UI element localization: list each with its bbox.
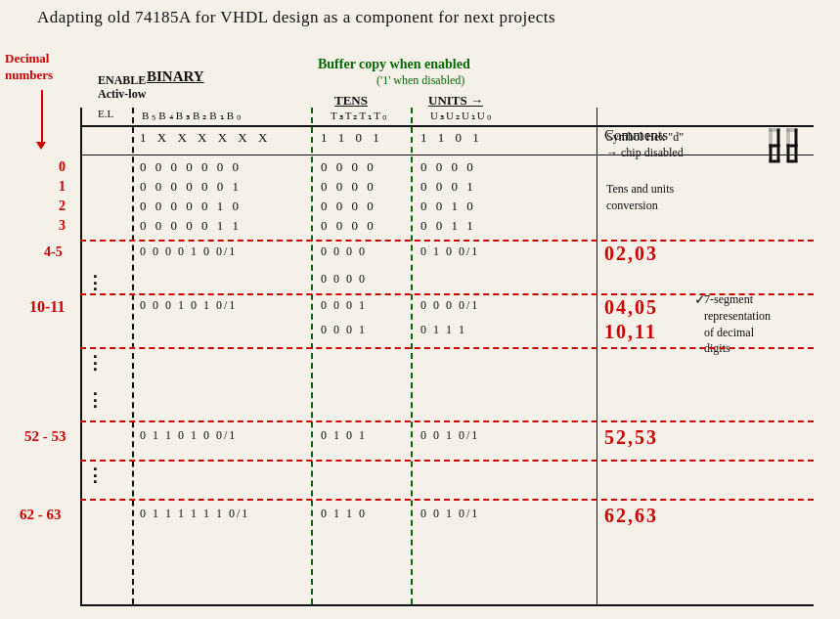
- col-hdr-tens: T₃T₂T₁T₀: [331, 110, 388, 122]
- row-4-tens: 0 0 0 0: [321, 218, 376, 234]
- row-5253-binary: 0 1 1 0 1 0 0/1: [140, 428, 237, 443]
- row-6263-binary: 0 1 1 1 1 1 1 0/1: [140, 507, 249, 521]
- svg-rect-6: [770, 160, 779, 162]
- dots-3: ⋮: [86, 389, 104, 411]
- row-6263-tens: 0 1 1 0: [321, 507, 367, 521]
- bottom-hline: [80, 604, 814, 606]
- svg-rect-1: [770, 129, 772, 146]
- svg-rect-5: [777, 145, 779, 161]
- seg-display-d: [768, 127, 802, 171]
- row-0-comment: Symbol Hex "d"→ chip disabled: [606, 130, 684, 160]
- dots-1: ⋮: [86, 272, 104, 293]
- page-title: Adapting old 74185A for VHDL design as a…: [37, 8, 555, 27]
- row-1-tens: 0 0 0 0: [321, 159, 376, 175]
- svg-rect-13: [787, 160, 797, 162]
- col-hdr-binary: B₅B₄B₃B₂B₁B₀: [142, 110, 243, 122]
- row-4-num: 3: [59, 218, 66, 234]
- col-hdr-units: U₃U₂U₁U₀: [430, 110, 493, 122]
- row-1-binary: 0 0 0 0 0 0 0: [140, 159, 242, 175]
- row-2-comment: Tens and unitsconversion: [606, 181, 674, 214]
- row-cont-seg: 10,11: [604, 321, 657, 343]
- disabled-note: ('1' when disabled): [376, 73, 464, 88]
- row-3-units: 0 0 1 0: [420, 199, 476, 214]
- top-hline: [80, 125, 814, 127]
- svg-rect-4: [770, 145, 772, 161]
- row-6263-num: 62 - 63: [20, 507, 62, 523]
- row-1011-num: 10-11: [29, 298, 65, 316]
- buffer-copy-label: Buffer copy when enabled: [318, 57, 470, 72]
- row-1011-binary: 0 0 0 1 0 1 0/1: [140, 298, 237, 313]
- row-4-binary: 0 0 0 0 0 1 1: [140, 218, 242, 234]
- vline-after-el: [132, 108, 134, 604]
- row-5253-num: 52 - 53: [24, 428, 66, 445]
- row-45-seg: 02,03: [604, 243, 658, 265]
- tens-label: TENS: [334, 93, 368, 109]
- row-2-units: 0 0 0 1: [420, 179, 476, 195]
- row-2-num: 1: [59, 179, 66, 195]
- vline-after-tens: [411, 108, 413, 604]
- enable-label: ENABLEActiv-low: [98, 73, 146, 102]
- vline-after-units: [597, 108, 597, 604]
- row-6263-units: 0 0 1 0/1: [420, 507, 479, 521]
- row-3-binary: 0 0 0 0 0 1 0: [140, 199, 242, 214]
- row-45-binary: 0 0 0 0 1 0 0/1: [140, 244, 237, 259]
- row-cont-tens: 0 0 0 1: [321, 323, 367, 337]
- row-1011-seg: 04,05: [604, 296, 658, 319]
- row-cont-units: 0 1 1 1: [420, 323, 466, 337]
- row-2-binary: 0 0 0 0 0 0 1: [140, 179, 242, 195]
- units-label: UNITS →: [428, 93, 483, 109]
- hline-1: [80, 155, 814, 155]
- checkmark: ✓: [694, 291, 706, 308]
- red-hline-3: [80, 347, 814, 349]
- row-dots1-tens: 0 0 0 0: [321, 272, 367, 287]
- decimal-arrow-head: [36, 142, 46, 150]
- row-45-num: 4-5: [44, 244, 63, 260]
- red-hline-5: [80, 460, 814, 462]
- vline-after-binary: [311, 108, 313, 604]
- row-0-units: 1 1 0 1: [420, 130, 483, 146]
- svg-rect-11: [787, 145, 789, 161]
- left-vline: [80, 108, 82, 604]
- row-2-tens: 0 0 0 0: [321, 179, 376, 195]
- col-hdr-el: E.L: [98, 108, 113, 119]
- dots-2: ⋮: [86, 352, 104, 374]
- row-6263-seg: 62,63: [604, 505, 658, 527]
- decimal-arrow: [41, 90, 43, 144]
- svg-rect-12: [795, 145, 797, 161]
- row-45-tens: 0 0 0 0: [321, 244, 367, 259]
- row-1011-tens: 0 0 0 1: [321, 298, 367, 313]
- row-5253-units: 0 0 1 0/1: [420, 428, 479, 443]
- row-3-num: 2: [59, 199, 66, 214]
- row-0-binary: 1 X X X X X X: [140, 130, 271, 146]
- row-5253-seg: 52,53: [604, 426, 658, 449]
- row-0-tens: 1 1 0 1: [321, 130, 383, 146]
- row-1-num: 0: [59, 159, 66, 175]
- row-4-units: 0 0 1 1: [420, 218, 476, 234]
- red-hline-4: [80, 420, 814, 422]
- svg-rect-8: [787, 129, 789, 146]
- row-45-units: 0 1 0 0/1: [420, 244, 479, 259]
- row-1-units: 0 0 0 0: [420, 159, 476, 175]
- svg-rect-2: [777, 129, 779, 146]
- row-5253-tens: 0 1 0 1: [321, 428, 367, 443]
- red-hline-6: [80, 499, 814, 501]
- dots-4: ⋮: [86, 464, 104, 486]
- red-hline-1: [80, 240, 814, 242]
- svg-rect-9: [795, 129, 797, 146]
- row-3-tens: 0 0 0 0: [321, 199, 376, 214]
- binary-label: BINARY: [147, 68, 204, 85]
- decimal-numbers-label: Decimalnumbers: [5, 51, 53, 84]
- row-1011-units: 0 0 0 0/1: [420, 298, 479, 313]
- page: Adapting old 74185A for VHDL design as a…: [0, 0, 840, 619]
